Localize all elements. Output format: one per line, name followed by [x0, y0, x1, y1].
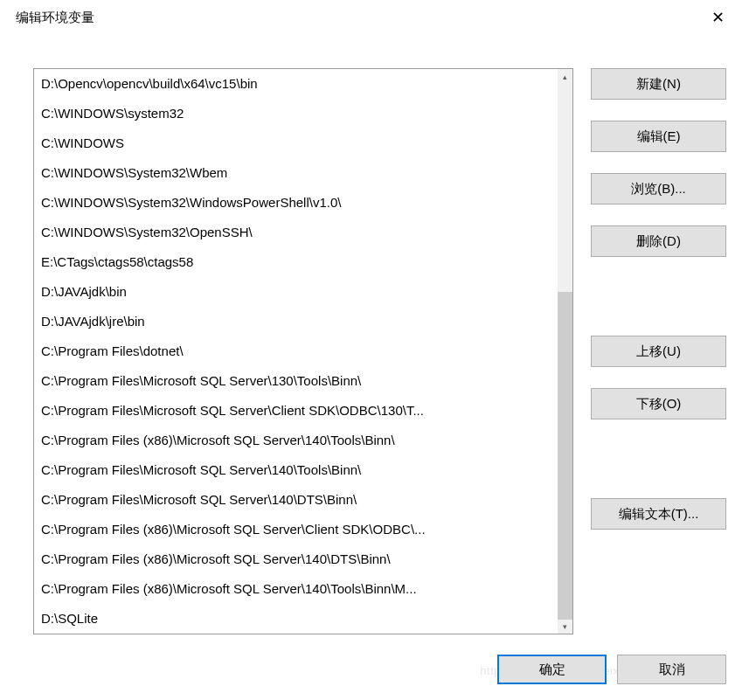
list-item[interactable]: C:\Program Files\Microsoft SQL Server\13…: [34, 366, 572, 396]
list-item[interactable]: C:\Program Files (x86)\Microsoft SQL Ser…: [34, 515, 572, 544]
list-item[interactable]: E:\CTags\ctags58\ctags58: [34, 247, 572, 277]
list-item[interactable]: C:\Program Files\Microsoft SQL Server\14…: [34, 455, 572, 485]
close-icon[interactable]: ✕: [704, 4, 732, 31]
list-item[interactable]: D:\Opencv\opencv\build\x64\vc15\bin: [34, 69, 572, 99]
edittext-button[interactable]: 编辑文本(T)...: [591, 498, 726, 530]
list-item[interactable]: D:\SQLite: [34, 604, 572, 634]
ok-button[interactable]: 确定: [497, 655, 607, 684]
list-item[interactable]: C:\Program Files\Microsoft SQL Server\Cl…: [34, 396, 572, 426]
scrollbar-thumb[interactable]: [558, 292, 572, 620]
path-listbox[interactable]: D:\Opencv\opencv\build\x64\vc15\binC:\WI…: [33, 68, 573, 634]
list-item[interactable]: C:\WINDOWS\System32\Wbem: [34, 158, 572, 188]
list-item[interactable]: C:\Program Files\Microsoft SQL Server\14…: [34, 485, 572, 515]
browse-button[interactable]: 浏览(B)...: [591, 173, 726, 204]
list-item[interactable]: C:\WINDOWS\System32\WindowsPowerShell\v1…: [34, 188, 572, 218]
scrollbar[interactable]: ▴ ▾: [558, 69, 572, 634]
movedown-button[interactable]: 下移(O): [591, 388, 726, 419]
delete-button[interactable]: 删除(D): [591, 225, 726, 257]
moveup-button[interactable]: 上移(U): [591, 336, 726, 367]
list-item[interactable]: C:\Program Files\dotnet\: [34, 336, 572, 366]
scroll-down-icon[interactable]: ▾: [558, 619, 572, 634]
cancel-button[interactable]: 取消: [617, 655, 726, 684]
list-item[interactable]: C:\WINDOWS\system32: [34, 99, 572, 128]
list-item[interactable]: D:\JAVAjdk\bin: [34, 277, 572, 307]
window-title: 编辑环境变量: [16, 10, 94, 26]
list-item[interactable]: C:\Program Files (x86)\Microsoft SQL Ser…: [34, 426, 572, 455]
new-button[interactable]: 新建(N): [591, 68, 726, 100]
list-item[interactable]: C:\WINDOWS: [34, 128, 572, 158]
list-item[interactable]: D:\JAVAjdk\jre\bin: [34, 307, 572, 336]
list-item[interactable]: C:\WINDOWS\System32\OpenSSH\: [34, 218, 572, 247]
edit-button[interactable]: 编辑(E): [591, 121, 726, 152]
list-item[interactable]: C:\Program Files (x86)\Microsoft SQL Ser…: [34, 544, 572, 574]
scroll-up-icon[interactable]: ▴: [558, 69, 572, 84]
list-item[interactable]: C:\Program Files (x86)\Microsoft SQL Ser…: [34, 574, 572, 604]
